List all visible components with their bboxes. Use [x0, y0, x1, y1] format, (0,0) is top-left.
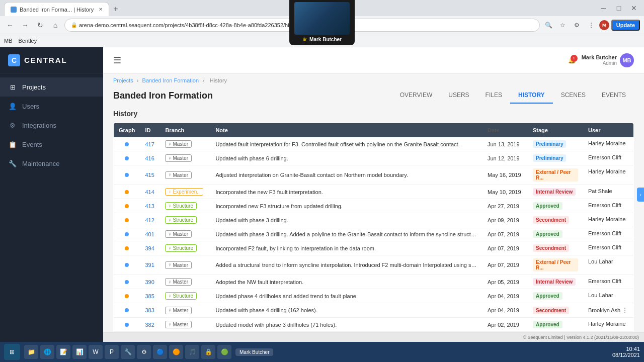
- id-link[interactable]: 390: [145, 279, 154, 285]
- history-title: History: [113, 110, 634, 118]
- table-row[interactable]: 401 ⑂ Master Updated with phase 3 drilli…: [114, 227, 634, 241]
- id-cell: 416: [140, 151, 160, 165]
- branch-cell: ⑂ Master: [160, 165, 210, 185]
- id-link[interactable]: 416: [145, 155, 154, 161]
- table-row[interactable]: 413 ⑂ Structure Incorporated new F3 stru…: [114, 199, 634, 213]
- col-graph: Graph: [114, 123, 140, 138]
- taskbar-icon-powerpoint[interactable]: P: [105, 345, 119, 359]
- back-button[interactable]: ←: [4, 19, 16, 31]
- taskbar-icon-tool5[interactable]: 🎵: [185, 345, 199, 359]
- id-link[interactable]: 412: [145, 217, 154, 223]
- table-row[interactable]: 385 ⑂ Structure Updated phase 4 drillhol…: [114, 289, 634, 303]
- tab-close-button[interactable]: ✕: [99, 7, 103, 12]
- context-menu-icon[interactable]: ⋮: [621, 306, 628, 314]
- sidebar-item-users[interactable]: 👤 Users: [0, 97, 103, 116]
- sidebar-item-projects[interactable]: ⊞ Projects: [0, 77, 103, 97]
- hamburger-menu[interactable]: ☰: [113, 55, 121, 66]
- sidebar-item-events-label: Events: [22, 141, 42, 148]
- stage-cell: Internal Review: [528, 185, 583, 199]
- active-tab[interactable]: Banded Iron Forma... | History ✕: [4, 2, 109, 16]
- table-row[interactable]: 417 ⑂ Master Updated fault interpretatio…: [114, 137, 634, 151]
- taskbar-icon-word[interactable]: W: [89, 345, 103, 359]
- taskbar-icon-explorer[interactable]: 📁: [24, 345, 38, 359]
- table-row[interactable]: 394 ⑂ Structure Incorporated F2 fault, b…: [114, 241, 634, 255]
- close-button[interactable]: ✕: [628, 2, 640, 14]
- table-row[interactable]: 415 ⑂ Master Adjusted interpretation on …: [114, 165, 634, 185]
- home-button[interactable]: ⌂: [49, 19, 61, 31]
- table-row[interactable]: 414 ⑂ Experimen.. Incorporated the new F…: [114, 185, 634, 199]
- new-tab-button[interactable]: +: [109, 2, 122, 16]
- graph-cell: [114, 165, 140, 185]
- reload-button[interactable]: ↻: [34, 19, 46, 31]
- update-button[interactable]: Update: [611, 20, 640, 31]
- bookmark-mb-label: MB: [4, 38, 13, 44]
- taskbar-icon-excel[interactable]: 📊: [72, 345, 87, 359]
- table-row[interactable]: 391 ⑂ Master Added a structural trend to…: [114, 255, 634, 275]
- sidebar-item-events[interactable]: 📋 Events: [0, 135, 103, 154]
- id-link[interactable]: 415: [145, 172, 154, 178]
- taskbar-icon-tool3[interactable]: 🔵: [153, 345, 167, 359]
- id-cell: 390: [140, 275, 160, 289]
- user-name-cell: Harley Moraine: [588, 321, 626, 327]
- stage-badge: Secondment: [533, 216, 569, 224]
- tab-files[interactable]: FILES: [477, 87, 510, 104]
- zoom-icon[interactable]: 🔍: [543, 19, 555, 31]
- forward-button[interactable]: →: [19, 19, 31, 31]
- taskbar-icon-tool6[interactable]: 🔒: [201, 345, 215, 359]
- maximize-button[interactable]: □: [613, 2, 625, 14]
- branch-cell: ⑂ Structure: [160, 213, 210, 227]
- tab-history[interactable]: HISTORY: [510, 87, 553, 104]
- note-cell: Incorporated new F3 structure from updat…: [210, 199, 482, 213]
- table-row[interactable]: 383 ⑂ Master Updated with phase 4 drilli…: [114, 303, 634, 318]
- table-row[interactable]: 390 ⑂ Master Adopted the NW fault interp…: [114, 275, 634, 289]
- branch-cell: ⑂ Master: [160, 137, 210, 151]
- integrations-icon: ⚙: [8, 121, 17, 130]
- taskbar-active-label: Mark Butcher: [239, 349, 269, 355]
- id-link[interactable]: 401: [145, 231, 154, 237]
- id-link[interactable]: 382: [145, 322, 154, 328]
- id-link[interactable]: 385: [145, 293, 154, 299]
- taskbar-icon-tool1[interactable]: 🔧: [121, 345, 135, 359]
- start-button[interactable]: ⊞: [4, 344, 20, 360]
- id-link[interactable]: 391: [145, 262, 154, 268]
- tab-scenes[interactable]: SCENES: [553, 87, 594, 104]
- tab-users[interactable]: USERS: [440, 87, 477, 104]
- profile-avatar[interactable]: M: [599, 20, 609, 30]
- id-link[interactable]: 383: [145, 307, 154, 313]
- settings-icon[interactable]: ⋮: [585, 19, 597, 31]
- minimize-button[interactable]: ─: [598, 2, 610, 14]
- taskbar-icon-tool7[interactable]: 🟢: [217, 345, 231, 359]
- sidebar-item-maintenance[interactable]: 🔧 Maintenance: [0, 154, 103, 173]
- stage-cell: Approved: [528, 227, 583, 241]
- id-link[interactable]: 417: [145, 141, 154, 147]
- bookmark-bentley[interactable]: Bentley: [19, 38, 37, 44]
- table-row[interactable]: 416 ⑂ Master Updated with phase 6 drilli…: [114, 151, 634, 165]
- extensions-icon[interactable]: ⚙: [571, 19, 583, 31]
- taskbar-icon-tool2[interactable]: ⚙: [137, 345, 151, 359]
- taskbar-icon-notepad[interactable]: 📝: [56, 345, 70, 359]
- taskbar-icon-edge[interactable]: 🌐: [40, 345, 54, 359]
- table-row[interactable]: 412 ⑂ Structure Updated with phase 3 dri…: [114, 213, 634, 227]
- tab-overview[interactable]: OVERVIEW: [392, 87, 440, 104]
- id-link[interactable]: 414: [145, 189, 154, 195]
- tab-events[interactable]: EVENTS: [594, 87, 634, 104]
- user-role: Admin: [582, 60, 617, 66]
- user-name-cell: Emerson Clift: [588, 278, 621, 284]
- table-row[interactable]: 382 ⑂ Master Updated model with phase 3 …: [114, 318, 634, 332]
- id-link[interactable]: 413: [145, 203, 154, 209]
- breadcrumb-project[interactable]: Banded Iron Formation: [142, 77, 199, 83]
- id-link[interactable]: 394: [145, 245, 154, 251]
- sidebar-item-projects-label: Projects: [22, 83, 46, 91]
- breadcrumb-projects[interactable]: Projects: [113, 77, 133, 83]
- notification-icon[interactable]: 🔔 1: [568, 57, 576, 64]
- stage-badge: Preliminary: [533, 140, 566, 148]
- bookmark-mb[interactable]: MB: [4, 38, 13, 44]
- taskbar-active-app[interactable]: Mark Butcher: [235, 348, 273, 356]
- collapse-panel-button[interactable]: ›: [637, 188, 644, 202]
- branch-badge: ⑂ Master: [165, 140, 192, 148]
- branch-badge: ⑂ Master: [165, 278, 192, 286]
- note-cell: Adjusted interpretation on Granite-Basal…: [210, 165, 482, 185]
- sidebar-item-integrations[interactable]: ⚙ Integrations: [0, 116, 103, 135]
- taskbar-icon-tool4[interactable]: 🟠: [169, 345, 183, 359]
- star-icon[interactable]: ☆: [557, 19, 569, 31]
